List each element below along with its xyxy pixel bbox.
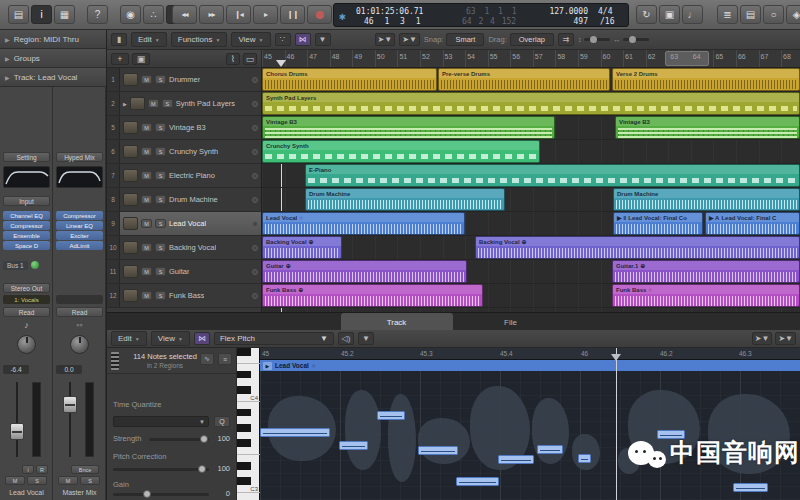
track-lane[interactable]: Chorus DrumsPre-verse DrumsVerse 2 Drums xyxy=(262,68,800,92)
track-header-config-icon[interactable]: ▮ xyxy=(111,33,127,46)
solo-button[interactable]: S xyxy=(80,476,100,485)
plugin-slot[interactable]: Compressor xyxy=(56,211,103,220)
track-solo-button[interactable]: S xyxy=(155,195,166,204)
track-mute-button[interactable]: M xyxy=(141,267,152,276)
solo-button[interactable]: S xyxy=(27,476,47,485)
track-inspector-header[interactable]: ▶ Track: Lead Vocal xyxy=(0,68,106,87)
lcd-position[interactable]: 46 1 3 1 xyxy=(364,17,421,26)
tab-file[interactable]: File xyxy=(455,313,567,331)
automation-button[interactable]: Read xyxy=(56,307,103,317)
region-inspector-header[interactable]: ▶ Region: MIDI Thru xyxy=(0,30,106,49)
track-lane[interactable]: Crunchy Synth xyxy=(262,140,800,164)
editor-edit-menu[interactable]: Edit▼ xyxy=(111,331,147,346)
flex-pitch-note[interactable] xyxy=(377,411,405,420)
record-enable-icon[interactable] xyxy=(252,221,258,227)
track-mute-button[interactable]: M xyxy=(141,195,152,204)
record-enable-icon[interactable] xyxy=(252,125,258,131)
snap-control[interactable]: Snap: Smart xyxy=(424,33,485,46)
send-knob[interactable] xyxy=(31,261,39,269)
automation-icon[interactable]: ∵ xyxy=(275,33,291,46)
track-mute-button[interactable]: M xyxy=(141,243,152,252)
functions-menu[interactable]: Functions▼ xyxy=(171,32,228,47)
send-slot[interactable]: Bus 1 xyxy=(3,260,50,270)
track-lane[interactable]: Funk Bass⊕Funk Bass○ xyxy=(262,284,800,308)
track-header-body[interactable]: MSVintage B3 xyxy=(120,116,261,139)
fader-cap[interactable] xyxy=(63,396,77,413)
track-header-body[interactable]: MSFunk Bass xyxy=(120,284,261,307)
stop-button[interactable]: ❙◂ xyxy=(226,5,251,24)
catch-icon[interactable]: ∿ xyxy=(200,353,214,365)
black-key[interactable] xyxy=(237,409,251,417)
list-editors-button[interactable]: ≣ xyxy=(717,5,738,24)
track-mute-button[interactable]: M xyxy=(141,219,152,228)
track-lane[interactable]: Vintage B3Vintage B3 xyxy=(262,116,800,140)
track-header-body[interactable]: MSElectric Piano xyxy=(120,164,261,187)
region-lead-vocal[interactable]: Lead Vocal○ xyxy=(262,212,465,235)
region-lead-vocal-final-co[interactable]: ▶ ‖Lead Vocal: Final Co xyxy=(613,212,703,235)
track-lane[interactable]: E-Piano xyxy=(262,164,800,188)
region-synth-pad-layers[interactable]: Synth Pad Layers xyxy=(262,92,800,115)
flex-pitch-icon[interactable]: ⋈ xyxy=(194,332,210,345)
pitch-correction-value[interactable]: 100 xyxy=(217,464,230,473)
region-guitar[interactable]: Guitar⊕ xyxy=(262,260,467,283)
forward-button[interactable]: ▸▸ xyxy=(199,5,224,24)
record-enable-icon[interactable] xyxy=(252,77,258,83)
region-e-piano[interactable]: E-Piano xyxy=(305,164,800,187)
mute-button[interactable]: M xyxy=(58,476,78,485)
track-header-lead-vocal[interactable]: 9MSLead Vocal xyxy=(107,212,261,236)
record-enable-icon[interactable] xyxy=(252,197,258,203)
add-track-stack-button[interactable]: ▣ xyxy=(132,53,150,65)
region-pre-verse-drums[interactable]: Pre-verse Drums xyxy=(438,68,610,91)
plugin-slot[interactable]: Space D xyxy=(3,241,50,250)
region-play-icon[interactable]: ▶ xyxy=(263,362,272,370)
vertical-zoom-slider[interactable]: ↕ xyxy=(578,36,610,43)
catch-playhead-icon[interactable]: ⇉ xyxy=(558,33,574,46)
track-header-body[interactable]: MSCrunchy Synth xyxy=(120,140,261,163)
gain-value[interactable]: 0 xyxy=(226,489,230,498)
autopunch-button[interactable]: ▣ xyxy=(659,5,680,24)
flex-pitch-note[interactable] xyxy=(418,446,458,455)
track-header-vintage-b3[interactable]: 5MSVintage B3 xyxy=(107,116,261,140)
track-solo-button[interactable]: S xyxy=(162,99,173,108)
region-funk-bass[interactable]: Funk Bass○ xyxy=(612,284,800,307)
track-lane[interactable]: Guitar⊕Guitar.1⊕ xyxy=(262,260,800,284)
track-header-drum-machine[interactable]: 8MSDrum Machine xyxy=(107,188,261,212)
track-header-body[interactable]: MSLead Vocal xyxy=(120,212,261,235)
track-header-body[interactable]: ▶MSSynth Pad Layers xyxy=(120,92,261,115)
region-verse-2-drums[interactable]: Verse 2 Drums xyxy=(612,68,800,91)
track-mute-button[interactable]: M xyxy=(141,123,152,132)
lcd-tempo-sub[interactable]: 497 xyxy=(526,17,588,26)
play-button[interactable]: ▸ xyxy=(253,5,278,24)
track-header-electric-piano[interactable]: 7MSElectric Piano xyxy=(107,164,261,188)
track-solo-button[interactable]: S xyxy=(155,123,166,132)
pan-knob[interactable] xyxy=(70,335,89,354)
track-header-drummer[interactable]: 1MSDrummer xyxy=(107,68,261,92)
track-lane[interactable]: Lead Vocal○▶ ‖Lead Vocal: Final Co▶ ALea… xyxy=(262,212,800,236)
pitch-correction-slider[interactable] xyxy=(113,468,209,471)
region-vintage-b3[interactable]: Vintage B3 xyxy=(262,116,555,139)
lcd-tempo[interactable]: 127.0000 xyxy=(526,7,588,16)
record-button[interactable] xyxy=(307,5,332,24)
lcd-display[interactable]: ✱ 01:01:25:06.71 46 1 3 1 63 1 1 1 64 2 … xyxy=(333,3,629,27)
flex-pitch-canvas[interactable]: 4545.245.345.44646.246.3 ▶ Lead Vocal ○ xyxy=(260,348,800,500)
plugin-slot[interactable]: Linear EQ xyxy=(56,221,103,230)
bounce-button[interactable]: Bnce xyxy=(71,465,99,474)
flex-icon[interactable]: ⋈ xyxy=(295,33,311,46)
bar-ruler[interactable]: 4546474849505152535455565758596061626364… xyxy=(262,50,800,68)
editor-view-menu[interactable]: View▼ xyxy=(151,331,190,346)
track-solo-button[interactable]: S xyxy=(155,171,166,180)
track-header-synth-pad-layers[interactable]: 2▶MSSynth Pad Layers xyxy=(107,92,261,116)
library-icon[interactable]: ▤ xyxy=(8,5,29,24)
fader-cap[interactable] xyxy=(10,423,24,440)
lcd-left-locator[interactable]: 63 1 1 1 xyxy=(466,7,517,16)
tab-track[interactable]: Track xyxy=(341,313,453,331)
arrange-canvas[interactable]: Chorus DrumsPre-verse DrumsVerse 2 Drums… xyxy=(262,68,800,312)
flex-pitch-note[interactable] xyxy=(498,455,534,464)
editor-region-header[interactable]: ▶ Lead Vocal ○ xyxy=(260,360,800,371)
quick-help-icon[interactable]: ? xyxy=(87,5,108,24)
left-click-tool-menu[interactable]: ➤▼ xyxy=(375,33,396,46)
edit-menu[interactable]: Edit▼ xyxy=(131,32,167,47)
flex-pitch-note[interactable] xyxy=(456,477,499,486)
drag-control[interactable]: Drag: Overlap xyxy=(488,33,554,46)
note-pads-button[interactable]: ▤ xyxy=(740,5,761,24)
